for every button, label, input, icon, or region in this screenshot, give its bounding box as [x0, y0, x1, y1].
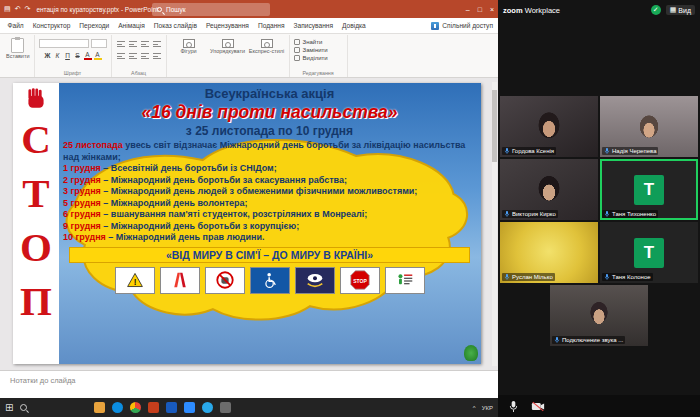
font-size-select[interactable] [91, 39, 107, 48]
clipboard-group: Вставити [2, 35, 35, 77]
warning-icon: ! [115, 267, 155, 294]
tab-recording[interactable]: Записування [289, 20, 337, 31]
bold-button[interactable]: Ж [44, 50, 52, 60]
align-right-button[interactable] [140, 51, 150, 61]
poster-title: «16 днів проти насильства» [63, 102, 476, 123]
participant-tile-active-speaker[interactable]: Т Таня Тихоненко [600, 159, 698, 220]
indent-button[interactable] [140, 39, 150, 49]
close-button[interactable]: × [490, 6, 494, 13]
tab-file[interactable]: Файл [3, 20, 28, 31]
align-center-button[interactable] [128, 51, 138, 61]
file-explorer-icon[interactable] [94, 402, 105, 413]
zoom-logo: zoom [503, 6, 523, 15]
tab-animations[interactable]: Анімація [114, 20, 150, 31]
save-icon[interactable]: ▤ [4, 5, 11, 13]
paste-button[interactable] [11, 38, 24, 53]
shapes-button[interactable]: Фігури [171, 39, 207, 55]
strikethrough-button[interactable]: S [74, 50, 82, 60]
minimize-button[interactable]: – [466, 6, 470, 13]
zoom-app-icon[interactable] [184, 402, 195, 413]
arrange-button[interactable]: Упорядкувати [210, 39, 246, 55]
bullets-button[interactable] [116, 39, 126, 49]
video-button[interactable] [531, 401, 545, 412]
spacing-button[interactable] [152, 39, 162, 49]
arrange-label: Упорядкувати [210, 49, 245, 55]
view-button[interactable]: ▦ Вид [666, 5, 695, 15]
chrome-icon[interactable] [130, 402, 141, 413]
security-shield-icon[interactable]: ✓ [651, 5, 661, 15]
participant-tile[interactable]: Виктория Кирко [500, 159, 598, 220]
share-label: Спільний доступ [442, 22, 493, 29]
poster-header: Всеукраїнська акція [63, 86, 476, 101]
participant-name-tag: Руслан Мілько [502, 273, 555, 281]
info-poster-icon [385, 267, 425, 294]
underline-button[interactable]: П [64, 50, 72, 60]
italic-button[interactable]: К [54, 50, 62, 60]
word-icon[interactable] [166, 402, 177, 413]
search-input[interactable]: Пошук [152, 3, 270, 16]
grid-view-icon: ▦ [670, 6, 677, 14]
redo-icon[interactable]: ↷ [25, 5, 31, 13]
tab-review[interactable]: Рецензування [201, 20, 253, 31]
stop-sign-icon: STOP [340, 267, 380, 294]
participant-name: Виктория Кирко [512, 211, 556, 217]
tab-design[interactable]: Конструктор [28, 20, 75, 31]
scrollbar-thumb[interactable] [492, 90, 497, 162]
participant-tile[interactable]: Подключение звука ... [550, 285, 648, 346]
slide-scrollbar[interactable] [492, 82, 497, 366]
font-name-select[interactable] [39, 39, 89, 48]
arrange-icon [222, 39, 234, 48]
participant-tile[interactable]: Надія Черепева [600, 96, 698, 157]
app-icon[interactable] [220, 402, 231, 413]
telegram-icon[interactable] [202, 402, 213, 413]
replace-button[interactable]: Замінити [294, 47, 343, 53]
line-text: – Міжнародний день людей з обмеженими фі… [103, 186, 417, 196]
participant-name: Гордова Ксенія [512, 148, 554, 154]
search-label: Пошук [166, 6, 186, 13]
replace-icon [294, 47, 300, 53]
participant-name: Руслан Мілько [512, 274, 553, 280]
select-button[interactable]: Виділити [294, 55, 343, 61]
numbering-button[interactable] [128, 39, 138, 49]
find-label: Знайти [303, 39, 323, 45]
tray-chevron-icon[interactable]: ^ [473, 405, 476, 411]
line-date: 9 грудня [63, 221, 101, 231]
align-left-button[interactable] [116, 51, 126, 61]
tab-slideshow[interactable]: Показ слайдів [149, 20, 201, 31]
paragraph-group-label: Абзац [112, 70, 166, 76]
find-button[interactable]: Знайти [294, 39, 343, 45]
share-button[interactable]: Спільний доступ [431, 22, 498, 30]
poster-line: 3 грудня – Міжнародний день людей з обме… [63, 186, 476, 198]
tab-help[interactable]: Довідка [338, 20, 371, 31]
tab-transitions[interactable]: Переходи [75, 20, 114, 31]
select-icon [294, 55, 300, 61]
taskbar-search-icon[interactable] [20, 404, 27, 411]
red-ribbon-icon [160, 267, 200, 294]
slide-canvas[interactable]: С Т О П Всеукраїнська акція «16 днів про… [13, 83, 481, 364]
font-color-button[interactable]: А [84, 50, 92, 60]
tab-view[interactable]: Подання [253, 20, 289, 31]
maximize-button[interactable]: □ [478, 6, 482, 13]
font-group-label: Шрифт [35, 70, 111, 76]
undo-icon[interactable]: ↶ [15, 5, 21, 13]
participant-name-tag: Надія Черепева [602, 147, 658, 155]
participant-name: Надія Черепева [612, 148, 656, 154]
quick-styles-button[interactable]: Експрес-стилі [249, 39, 285, 55]
participant-name: Таня Колоное [612, 274, 651, 280]
zoom-brand-rest: Workplace [525, 6, 560, 15]
justify-button[interactable] [152, 51, 162, 61]
drawing-group: Фігури Упорядкувати Експрес-стилі [167, 35, 290, 77]
participant-tile[interactable]: Т Таня Колоное [600, 222, 698, 283]
language-indicator[interactable]: УКР [482, 405, 493, 411]
highlight-button[interactable]: А [94, 50, 102, 60]
edge-icon[interactable] [112, 402, 123, 413]
mute-button[interactable] [508, 400, 519, 413]
mic-icon [504, 147, 510, 155]
powerpoint-icon[interactable] [148, 402, 159, 413]
start-button[interactable]: ⊞ [5, 402, 13, 413]
line-date: 1 грудня [63, 163, 101, 173]
participant-tile[interactable]: Гордова Ксенія [500, 96, 598, 157]
editing-group-label: Редагування [290, 70, 347, 76]
participant-tile[interactable]: Руслан Мілько [500, 222, 598, 283]
notes-pane[interactable]: Нотатки до слайда [0, 370, 498, 398]
